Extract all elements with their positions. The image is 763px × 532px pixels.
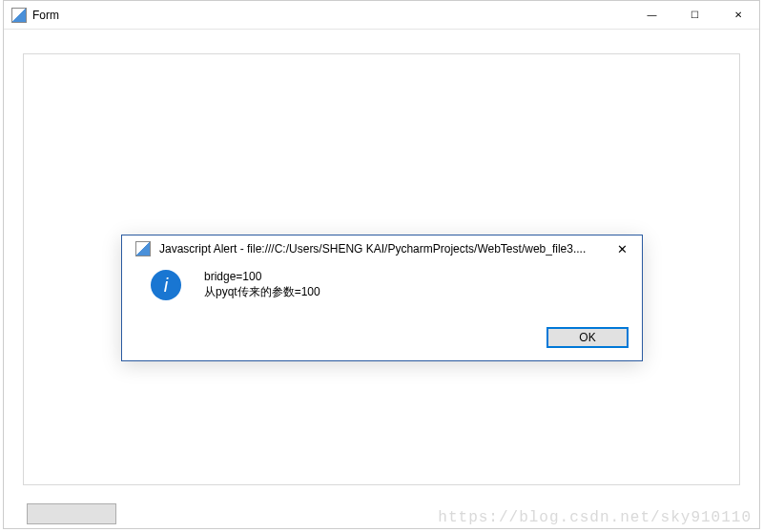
- alert-footer: OK: [546, 327, 629, 348]
- alert-close-button[interactable]: ✕: [602, 236, 642, 262]
- maximize-button[interactable]: ☐: [673, 1, 716, 29]
- close-icon: ✕: [734, 10, 742, 20]
- alert-line2: 从pyqt传来的参数=100: [204, 284, 320, 299]
- close-icon: ✕: [617, 242, 628, 256]
- alert-body: i bridge=100 从pyqt传来的参数=100: [122, 262, 642, 300]
- alert-app-icon: [135, 241, 151, 256]
- window-controls: — ☐ ✕: [630, 1, 759, 29]
- alert-titlebar: Javascript Alert - file:///C:/Users/SHEN…: [122, 235, 642, 262]
- info-icon: i: [151, 270, 181, 300]
- close-button[interactable]: ✕: [716, 1, 759, 29]
- minimize-icon: —: [648, 10, 657, 20]
- bottom-button[interactable]: [27, 503, 116, 524]
- ok-button[interactable]: OK: [546, 327, 629, 348]
- maximize-icon: ☐: [691, 10, 699, 20]
- window-title: Form: [32, 9, 630, 22]
- main-titlebar: Form — ☐ ✕: [4, 1, 759, 30]
- alert-dialog: Javascript Alert - file:///C:/Users/SHEN…: [121, 235, 643, 361]
- alert-line1: bridge=100: [204, 269, 320, 284]
- app-icon: [11, 8, 27, 23]
- alert-message: bridge=100 从pyqt传来的参数=100: [181, 268, 320, 300]
- alert-title: Javascript Alert - file:///C:/Users/SHEN…: [156, 242, 602, 256]
- minimize-button[interactable]: —: [630, 1, 673, 29]
